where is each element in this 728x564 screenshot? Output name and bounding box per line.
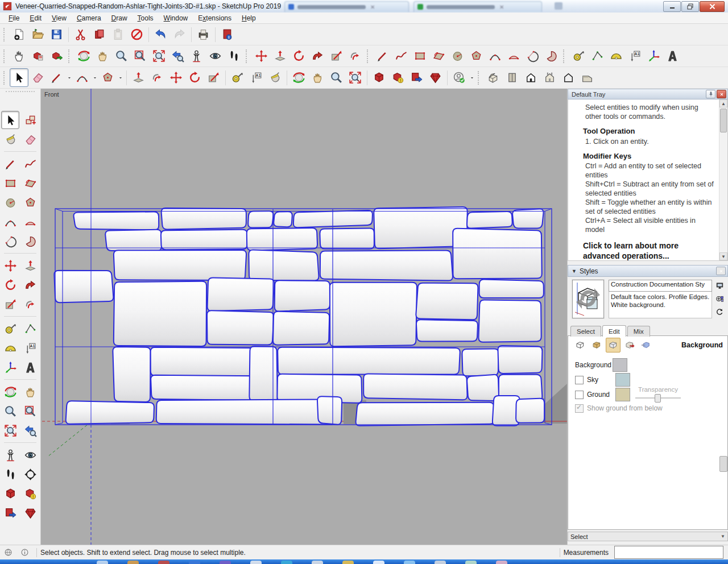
taskbar-app-icon[interactable]: [312, 561, 323, 564]
eraser-button[interactable]: [28, 68, 47, 87]
blurred-background-tab-1[interactable]: ✕: [284, 1, 409, 12]
move-button[interactable]: [1, 256, 19, 275]
minimize-button[interactable]: [663, 1, 681, 12]
walk-button[interactable]: [225, 47, 243, 65]
tape-measure-button[interactable]: [569, 47, 588, 65]
chevron-down-icon[interactable]: ▼: [721, 534, 725, 539]
offset-button[interactable]: [148, 68, 167, 87]
line-options-dropdown[interactable]: [66, 69, 73, 86]
component-tool-b-button[interactable]: [47, 47, 66, 65]
close-button[interactable]: [700, 1, 725, 12]
3d-warehouse-button[interactable]: [370, 68, 388, 87]
circle-button[interactable]: [1, 193, 19, 212]
line-button[interactable]: [1, 155, 19, 173]
style-thumbnail[interactable]: [572, 280, 604, 318]
select-button[interactable]: [10, 68, 28, 87]
zoom-extents-button[interactable]: [346, 68, 365, 87]
line-button[interactable]: [373, 47, 392, 65]
zoom-button[interactable]: [327, 68, 346, 87]
scroll-down-icon[interactable]: ▼: [719, 252, 727, 260]
push-pull-button[interactable]: [129, 68, 148, 87]
previous-button[interactable]: [21, 421, 39, 439]
zoom-window-button[interactable]: [21, 402, 39, 420]
windows-taskbar[interactable]: [0, 559, 728, 564]
scale-button[interactable]: [204, 68, 223, 87]
transparency-slider[interactable]: [635, 394, 681, 402]
new-document-button[interactable]: [10, 25, 28, 44]
dimension-button[interactable]: [588, 47, 607, 65]
rotate-button[interactable]: [185, 68, 204, 87]
account-options-dropdown[interactable]: [469, 69, 475, 86]
3d-text-button[interactable]: [21, 358, 39, 376]
zoom-extents-button[interactable]: [150, 47, 168, 65]
menu-tools[interactable]: Tools: [133, 13, 159, 23]
three-point-arc-button[interactable]: [1, 232, 19, 250]
move-button[interactable]: [252, 47, 271, 65]
taskbar-app-icon[interactable]: [220, 561, 231, 564]
undo-button[interactable]: [151, 25, 170, 44]
follow-me-button[interactable]: [21, 276, 39, 294]
look-around-button[interactable]: [21, 446, 39, 464]
menu-camera[interactable]: Camera: [72, 13, 106, 23]
paint-bucket-button[interactable]: [266, 68, 284, 87]
arc-button[interactable]: [1, 213, 19, 231]
text-button[interactable]: A1: [626, 47, 644, 65]
account-avatar-button[interactable]: [450, 68, 469, 87]
shapes-button[interactable]: [98, 68, 117, 87]
rotate-button[interactable]: [289, 47, 308, 65]
print-button[interactable]: [194, 25, 213, 44]
tape-measure-button[interactable]: [228, 68, 247, 87]
freehand-button[interactable]: [21, 155, 39, 173]
background-settings-icon[interactable]: [606, 338, 621, 353]
info-icon[interactable]: [20, 548, 30, 557]
tray-header[interactable]: Default Tray: [568, 89, 728, 99]
rotated-rectangle-button[interactable]: [429, 47, 448, 65]
create-new-style-icon[interactable]: [714, 293, 725, 304]
line-button[interactable]: [47, 68, 66, 87]
scale-button[interactable]: [1, 295, 19, 313]
face-settings-icon[interactable]: [589, 338, 604, 353]
previous-button[interactable]: [168, 47, 187, 65]
offset-button[interactable]: [346, 47, 365, 65]
push-pull-button[interactable]: [21, 256, 39, 275]
text-button[interactable]: A1: [247, 68, 266, 87]
view-back-button[interactable]: [559, 68, 578, 87]
sky-checkbox[interactable]: [575, 376, 584, 384]
orbit-button[interactable]: [75, 47, 93, 65]
circle-button[interactable]: [448, 47, 467, 65]
watermark-settings-icon[interactable]: [622, 338, 637, 353]
measurements-input[interactable]: [614, 546, 723, 559]
share-model-button[interactable]: !: [388, 68, 407, 87]
toolbar-grip[interactable]: [478, 71, 481, 85]
taskbar-app-icon[interactable]: [158, 561, 169, 564]
tray-scroll-thumb[interactable]: [719, 456, 727, 472]
menu-window[interactable]: Window: [159, 13, 193, 23]
ground-color-swatch[interactable]: [615, 388, 630, 401]
toolbar-grip[interactable]: [68, 49, 71, 63]
menu-edit[interactable]: Edit: [24, 13, 47, 23]
model-info-button[interactable]: i: [218, 25, 237, 44]
zoom-extents-button[interactable]: [1, 421, 19, 439]
toolbar-grip[interactable]: [246, 49, 249, 63]
tray-bottom-bar[interactable]: Select ▼: [568, 532, 728, 541]
tray-close-icon[interactable]: [717, 90, 726, 98]
paste-button[interactable]: [109, 25, 127, 44]
ground-checkbox[interactable]: [575, 391, 584, 399]
tab-edit[interactable]: Edit: [602, 325, 626, 337]
taskbar-app-icon[interactable]: [342, 561, 354, 564]
instructor-scrollbar[interactable]: ▲ ▼: [719, 99, 727, 260]
zoom-window-button[interactable]: [131, 47, 150, 65]
view-front-button[interactable]: [522, 68, 540, 87]
taskbar-app-icon[interactable]: [127, 561, 139, 564]
sky-color-swatch[interactable]: [615, 373, 630, 387]
paint-bucket-button[interactable]: [1, 130, 19, 148]
menu-extensions[interactable]: Extensions: [193, 13, 237, 23]
pan-button[interactable]: [21, 383, 39, 401]
view-iso-button[interactable]: [484, 68, 503, 87]
offset-button[interactable]: [21, 295, 39, 313]
erase-button[interactable]: [127, 25, 146, 44]
make-component-button[interactable]: [21, 111, 39, 129]
display-secondary-pane-icon[interactable]: [714, 280, 725, 291]
rectangle-button[interactable]: [411, 47, 429, 65]
two-point-arc-button[interactable]: [21, 213, 39, 231]
